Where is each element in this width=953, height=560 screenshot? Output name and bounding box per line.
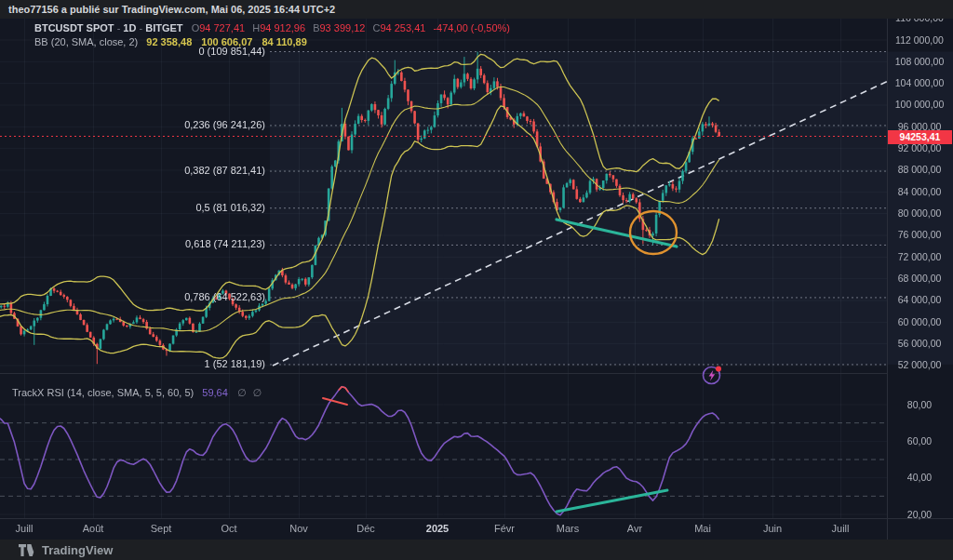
last-price-badge: 94253,41 [888, 130, 952, 144]
chart-canvas[interactable] [0, 0, 953, 560]
legend-separator: - [139, 22, 142, 33]
footer-bar: TradingView [0, 540, 953, 560]
symbol-interval: 1D [123, 22, 136, 33]
bb-lower-value: 84 110,89 [262, 36, 306, 47]
rsi-value: 59,64 [202, 387, 228, 398]
bb-legend: BB (20, SMA, close, 2) 92 358,48 100 606… [34, 36, 307, 47]
price-axis-label: 64 000,00 [890, 294, 949, 305]
rsi-axis-label: 80,00 [890, 399, 949, 410]
symbol-exchange: BITGET [145, 22, 182, 33]
price-axis-label: 112 000,00 [890, 34, 949, 46]
bb-upper-value: 100 606,07 [201, 36, 252, 47]
fib-level-label: 0,382 (87 821,41) [184, 165, 265, 176]
price-axis-label: 104 000,00 [890, 77, 949, 88]
publish-bar-text: theo77156 a publié sur TradingView.com, … [8, 4, 335, 15]
rsi-empty-value: ∅ [253, 387, 262, 398]
time-axis-label: Juill [16, 523, 34, 534]
fib-level-label: 0,786 (64 522,63) [184, 291, 265, 302]
time-axis-label: Févr [494, 523, 515, 534]
rsi-label: TrackX RSI (14, close, SMA, 5, 5, 60, 5) [12, 387, 194, 398]
bb-label: BB (20, SMA, close, 2) [34, 36, 138, 47]
rsi-legend: TrackX RSI (14, close, SMA, 5, 5, 60, 5)… [12, 387, 262, 399]
symbol-legend: BTCUSDT SPOT - 1D - BITGET O94 727,41 H9… [34, 22, 510, 33]
time-axis-label: Août [83, 523, 104, 534]
price-axis-label: 72 000,00 [890, 251, 949, 262]
rsi-axis-label: 60,00 [890, 435, 949, 447]
symbol-name: BTCUSDT SPOT [34, 22, 114, 33]
fib-level-label: 0,5 (81 016,32) [195, 202, 265, 213]
price-axis-label: 56 000,00 [890, 338, 949, 349]
time-axis-label: Déc [356, 523, 375, 534]
time-axis-label: Mars [557, 523, 579, 534]
time-axis-label: Oct [221, 523, 236, 534]
time-axis-label: Mai [694, 523, 711, 534]
price-axis-label: 52 000,00 [890, 359, 949, 370]
rsi-empty-value: ∅ [237, 387, 247, 398]
tradingview-brand-text: TradingView [42, 543, 113, 557]
price-axis-label: 68 000,00 [890, 273, 949, 284]
price-axis-label: 76 000,00 [890, 229, 949, 240]
price-axis-label: 100 000,00 [890, 99, 949, 110]
time-axis-label: Juill [832, 523, 850, 534]
close-value: 94 253,41 [380, 22, 425, 33]
price-axis-label: 108 000,00 [890, 56, 949, 67]
price-axis-label: 84 000,00 [890, 186, 949, 197]
fib-level-label: 1 (52 181,19) [205, 358, 265, 369]
boost-button[interactable] [700, 363, 724, 387]
time-axis-label: Sept [151, 523, 172, 534]
time-axis-label: Avr [627, 523, 642, 534]
high-label: H [252, 22, 260, 33]
rsi-axis-label: 20,00 [890, 509, 949, 520]
tradingview-logo[interactable]: TradingView [19, 543, 113, 557]
pane-divider[interactable] [0, 373, 887, 374]
time-axis-label: Juin [763, 523, 782, 534]
bb-basis-value: 92 358,48 [146, 36, 192, 47]
open-value: 94 727,41 [199, 22, 245, 33]
rsi-axis-label: 40,00 [890, 472, 949, 483]
price-axis-label: 88 000,00 [890, 164, 949, 175]
low-value: 93 399,12 [319, 22, 365, 33]
time-axis-label: Nov [289, 523, 308, 534]
fib-level-label: 0,618 (74 211,23) [185, 238, 265, 249]
price-axis-label: 60 000,00 [890, 316, 949, 327]
tradingview-logo-icon [19, 544, 36, 556]
high-value: 94 912,96 [260, 22, 305, 33]
price-axis-label: 80 000,00 [890, 207, 949, 219]
legend-separator: - [117, 22, 121, 33]
fib-level-label: 0,236 (96 241,26) [184, 119, 265, 130]
lightning-icon [700, 363, 724, 387]
time-axis-label: 2025 [426, 523, 449, 534]
change-value: -474,00 (-0,50%) [433, 22, 510, 33]
open-label: O [192, 22, 200, 33]
tradingview-snapshot: theo77156 a publié sur TradingView.com, … [0, 0, 953, 560]
publish-bar: theo77156 a publié sur TradingView.com, … [0, 0, 953, 19]
